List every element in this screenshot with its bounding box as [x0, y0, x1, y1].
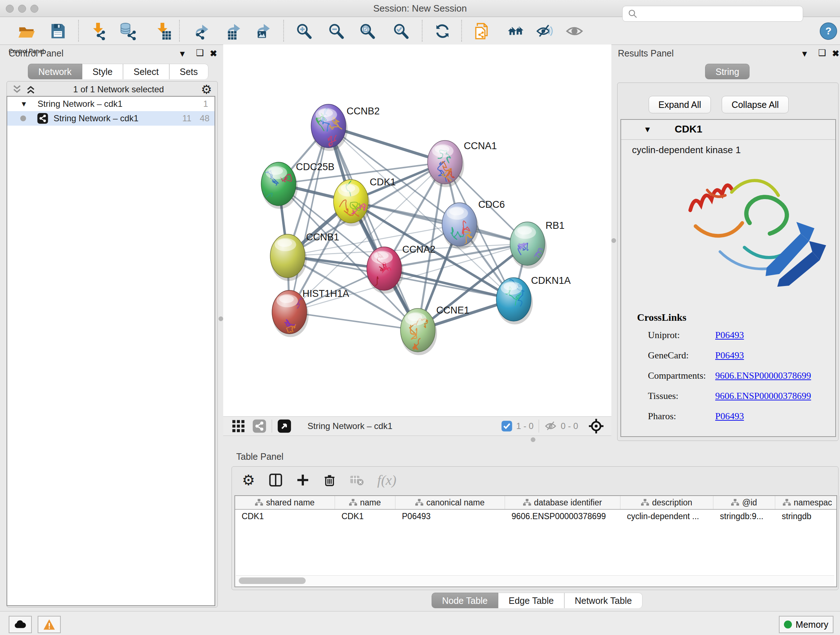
column-header--id[interactable]: @id [714, 496, 775, 509]
crosslink-value-link[interactable]: P06493 [715, 350, 744, 361]
network-options-gear-icon[interactable]: ⚙ [201, 82, 212, 97]
hide-selected-icon [536, 22, 554, 40]
grid-view-icon[interactable] [231, 419, 246, 433]
crosslink-value-link[interactable]: P06493 [715, 330, 744, 340]
show-columns-icon[interactable] [269, 473, 283, 487]
warning-button[interactable] [38, 616, 61, 633]
control-tab-select[interactable]: Select [123, 64, 169, 79]
node-CDKN1A[interactable]: CDKN1A [496, 275, 571, 325]
node-CCNA1[interactable]: CCNA1 [428, 141, 497, 193]
node-CCNB2[interactable]: CCNB2 [311, 104, 380, 151]
birdseye-view-icon[interactable] [277, 419, 292, 433]
cdk1-entry-header[interactable]: ▼ CDK1 [621, 120, 835, 140]
clone-network-document-button[interactable] [472, 21, 493, 42]
horizontal-splitter-handle[interactable] [531, 437, 535, 442]
search-box[interactable] [622, 6, 803, 22]
search-input[interactable] [638, 8, 791, 19]
column-header-description[interactable]: description [621, 496, 714, 509]
refresh-view-button[interactable] [432, 21, 453, 42]
column-header-database-identifier[interactable]: database identifier [505, 496, 621, 509]
network-view-icon[interactable] [252, 419, 267, 433]
table-tab-network-table[interactable]: Network Table [564, 593, 643, 608]
results-panel-menu-icon[interactable]: ▾ [802, 49, 807, 59]
protein-structure-image [676, 157, 835, 302]
open-session-button[interactable] [16, 21, 37, 42]
add-column-icon[interactable] [296, 473, 309, 486]
import-network-from-file-button[interactable] [88, 21, 109, 42]
column-header-name[interactable]: name [335, 496, 395, 509]
node-label-CDKN1A: CDKN1A [531, 275, 571, 286]
cloud-button[interactable] [9, 616, 32, 633]
edge-HIST1H1A-CCNE1[interactable] [289, 312, 418, 330]
right-splitter-handle[interactable] [611, 238, 616, 243]
column-hierarchy-icon [523, 499, 531, 506]
zoom-in-button[interactable] [294, 21, 314, 42]
import-table-from-file-button[interactable] [152, 21, 173, 42]
export-image-icon [255, 22, 273, 40]
import-network-from-database-button[interactable] [117, 21, 138, 42]
export-table-button[interactable] [224, 21, 245, 42]
control-panel-float-icon[interactable]: ❑ [196, 48, 204, 58]
control-tab-network[interactable]: Network [28, 64, 82, 79]
zoom-selected-button[interactable] [390, 21, 411, 42]
column-header-shared-name[interactable]: shared name [235, 496, 335, 509]
control-panel-menu-icon[interactable]: ▾ [180, 49, 185, 59]
column-hierarchy-icon [731, 499, 739, 506]
save-session-button[interactable] [47, 21, 68, 42]
table-horizontal-scrollbar[interactable] [236, 575, 834, 586]
zoom-out-button[interactable] [325, 21, 347, 42]
export-image-button[interactable] [253, 21, 274, 42]
crosslink-row: Uniprot: P06493 [648, 330, 811, 340]
table-tab-edge-table[interactable]: Edge Table [498, 593, 564, 608]
control-panel-close-icon[interactable]: ✖ [210, 49, 217, 59]
column-header-canonical-name[interactable]: canonical name [395, 496, 505, 509]
hide-selected-button[interactable] [534, 21, 555, 42]
node-CDC25B[interactable]: CDC25B [254, 162, 335, 209]
edge-CCNB2-CCNE1[interactable] [328, 126, 418, 330]
network-collection-row[interactable]: ▼ String Network – cdk1 1 [7, 97, 215, 111]
network-row-selected[interactable]: String Network – cdk1 11 48 [7, 111, 215, 126]
export-network-button[interactable] [193, 21, 213, 42]
home-networks-button[interactable] [505, 21, 526, 42]
help-button[interactable]: ? [820, 22, 837, 40]
fit-selected-crosshair-icon[interactable] [588, 418, 604, 434]
control-tab-sets[interactable]: Sets [169, 64, 208, 79]
crosslink-value-link[interactable]: 9606.ENSP00000378699 [715, 391, 811, 402]
zoom-window-icon[interactable] [30, 5, 38, 13]
expand-all-chevron-icon[interactable] [25, 85, 36, 94]
left-splitter-handle[interactable] [218, 317, 223, 321]
scrollbar-thumb[interactable] [239, 578, 306, 584]
entry-collapse-arrow-icon[interactable]: ▼ [644, 125, 652, 134]
results-panel-float-icon[interactable]: ❑ [818, 48, 826, 58]
crosslink-value-link[interactable]: P06493 [715, 411, 744, 422]
collapse-all-chevron-icon[interactable] [11, 85, 22, 94]
import-network-from-database-icon [118, 22, 137, 40]
expand-all-button[interactable]: Expand All [649, 96, 711, 113]
table-panel-title: Table Panel [236, 451, 284, 462]
table-options-gear-icon[interactable]: ⚙ [242, 472, 255, 488]
control-tab-style[interactable]: Style [82, 64, 123, 79]
table-tab-node-table[interactable]: Node Table [431, 593, 498, 608]
results-tab-string[interactable]: String [705, 64, 750, 79]
network-canvas[interactable]: CCNB2CCNA1CDC25BCDK1CDC6RB1CCNB1CCNA2CDK… [223, 44, 611, 416]
table-row[interactable]: CDK1CDK1P064939606.ENSP00000378699cyclin… [235, 510, 836, 523]
node-HIST1H1A[interactable]: HIST1H1A [272, 288, 349, 337]
results-panel-close-icon[interactable]: ✖ [832, 49, 839, 59]
node-table[interactable]: shared name name canonical name database… [234, 495, 837, 587]
zoom-fit-content-button[interactable] [357, 21, 378, 42]
network-edge-count: 48 [200, 113, 210, 124]
node-RB1[interactable]: RB1 [510, 220, 565, 269]
collapse-all-button[interactable]: Collapse All [722, 96, 789, 113]
close-window-icon[interactable] [6, 5, 14, 13]
selected-checkbox-icon[interactable] [501, 420, 513, 432]
show-panel-eye-button[interactable] [564, 21, 585, 42]
crosslink-value-link[interactable]: 9606.ENSP00000378699 [715, 371, 811, 381]
collection-expand-arrow-icon[interactable]: ▼ [20, 100, 27, 108]
memory-button[interactable]: Memory [779, 616, 834, 633]
zoom-in-icon [295, 22, 313, 40]
node-CCNE1[interactable]: CCNE1 [401, 305, 470, 355]
delete-column-trash-icon[interactable] [323, 473, 336, 486]
column-header-namespac[interactable]: namespac [775, 496, 840, 509]
node-CDC6[interactable]: CDC6 [442, 199, 505, 249]
minimize-window-icon[interactable] [18, 5, 26, 13]
